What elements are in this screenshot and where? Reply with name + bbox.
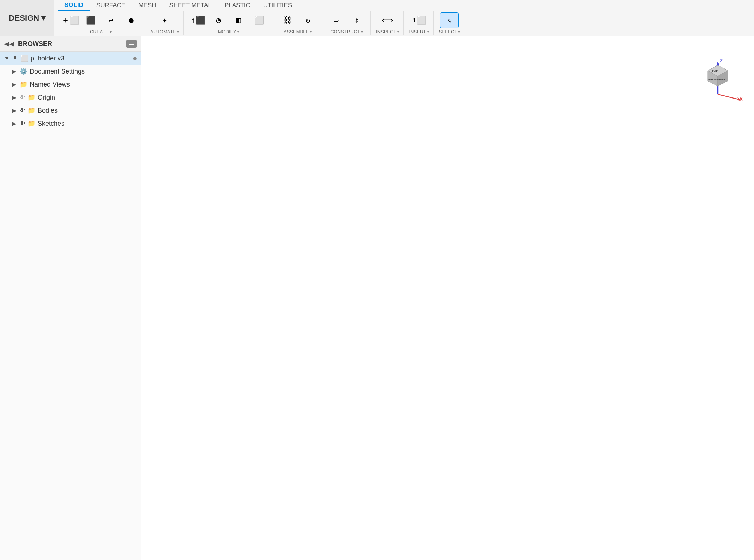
tool-group-label-text-inspect: INSPECT — [376, 29, 396, 34]
tool-group-construct: ▱↕CONSTRUCT▾ — [323, 11, 371, 35]
svg-text:X: X — [740, 96, 743, 101]
modify-shell-icon[interactable]: ⬜ — [250, 12, 268, 28]
tool-group-label-modify[interactable]: MODIFY▾ — [218, 29, 239, 34]
tree-item-sketches[interactable]: ▶ 👁 📁 Sketches — [0, 117, 141, 130]
tool-groups-row: ＋⬜⬛↩●CREATE▾✦AUTOMATE▾↑⬛◔◧⬜MODIFY▾⛓↻ASSE… — [54, 11, 754, 35]
tree-item-origin[interactable]: ▶ 👁 📁 Origin — [0, 91, 141, 104]
origin-visibility-icon[interactable]: 👁 — [20, 94, 25, 101]
tree-item-doc-settings[interactable]: ▶ ⚙️ Document Settings — [0, 65, 141, 78]
svg-marker-2 — [275, 290, 558, 333]
svg-point-6 — [297, 312, 442, 355]
sketches-label: Sketches — [38, 120, 137, 128]
tool-group-label-assemble[interactable]: ASSEMBLE▾ — [284, 29, 312, 34]
sketches-visibility-icon[interactable]: 👁 — [20, 120, 25, 127]
tool-group-dropdown-arrow-automate[interactable]: ▾ — [177, 30, 179, 34]
tab-sheet_metal[interactable]: SHEET METAL — [163, 0, 218, 11]
svg-point-19 — [306, 314, 433, 352]
browser-collapse-button[interactable]: — — [126, 40, 137, 48]
create-revolve-icon[interactable]: ↩ — [101, 12, 120, 28]
tool-group-dropdown-arrow-inspect[interactable]: ▾ — [397, 30, 399, 34]
create-new-body-icon[interactable]: ＋⬜ — [61, 12, 80, 28]
svg-point-12 — [302, 130, 429, 167]
bodies-icon: 📁 — [28, 106, 35, 114]
assemble-motion-icon[interactable]: ↻ — [298, 12, 317, 28]
origin-arrow[interactable]: ▶ — [11, 95, 17, 100]
tab-utilities[interactable]: UTILITIES — [257, 0, 298, 11]
collapse-icon: — — [129, 41, 134, 47]
tool-group-dropdown-arrow-select[interactable]: ▾ — [458, 30, 460, 34]
tab-mesh[interactable]: MESH — [132, 0, 163, 11]
insert-icon[interactable]: ⬆⬜ — [410, 12, 428, 28]
tool-group-label-text-select: SELECT — [439, 29, 457, 34]
tool-group-label-insert[interactable]: INSERT▾ — [409, 29, 429, 34]
bodies-visibility-icon[interactable]: 👁 — [20, 107, 25, 114]
viewport[interactable]: Z X TOP FRONT RIGHT — [141, 36, 754, 560]
tool-group-label-create[interactable]: CREATE▾ — [90, 29, 112, 34]
create-sphere-icon[interactable]: ● — [122, 12, 141, 28]
bodies-arrow[interactable]: ▶ — [11, 108, 17, 113]
svg-point-13 — [302, 170, 429, 207]
tool-group-dropdown-arrow-modify[interactable]: ▾ — [237, 30, 239, 34]
tree-item-bodies[interactable]: ▶ 👁 📁 Bodies — [0, 104, 141, 117]
svg-marker-11 — [270, 177, 558, 221]
browser-title: BROWSER — [18, 40, 123, 48]
tab-surface[interactable]: SURFACE — [90, 0, 132, 11]
root-visibility-icon[interactable]: 👁 — [12, 55, 18, 62]
sketches-arrow[interactable]: ▶ — [11, 121, 17, 126]
origin-icon: 📁 — [28, 93, 35, 101]
root-collapse-arrow[interactable]: ▼ — [4, 55, 10, 61]
tool-group-dropdown-arrow-create[interactable]: ▾ — [110, 30, 112, 34]
modify-push-icon[interactable]: ↑⬛ — [189, 12, 208, 28]
root-label: p_holder v3 — [30, 55, 130, 62]
nav-cube[interactable]: Z X TOP FRONT RIGHT — [692, 43, 743, 101]
svg-marker-8 — [270, 134, 558, 177]
automate-icon[interactable]: ✦ — [155, 12, 174, 28]
tree-root-item[interactable]: ▼ 👁 ⬜ p_holder v3 ⏺ — [0, 52, 141, 65]
modify-chamfer-icon[interactable]: ◧ — [229, 12, 248, 28]
tool-group-label-inspect[interactable]: INSPECT▾ — [376, 29, 399, 34]
construct-plane-icon[interactable]: ▱ — [327, 12, 346, 28]
tool-group-label-text-create: CREATE — [90, 29, 109, 34]
named-views-icon: 📁 — [20, 80, 28, 88]
tab-plastic[interactable]: PLASTIC — [218, 0, 257, 11]
toolbar-tabs: SOLIDSURFACEMESHSHEET METALPLASTICUTILIT… — [54, 0, 754, 36]
tool-group-label-text-modify: MODIFY — [218, 29, 236, 34]
nav-back-icon[interactable]: ◀◀ — [4, 40, 14, 48]
nav-right-label: RIGHT — [718, 78, 727, 81]
tool-group-dropdown-arrow-assemble[interactable]: ▾ — [310, 30, 312, 34]
toolbar: DESIGN ▾ SOLIDSURFACEMESHSHEET METALPLAS… — [0, 0, 754, 36]
svg-text:Z: Z — [720, 58, 723, 63]
bodies-label: Bodies — [38, 107, 137, 114]
modify-fillet-icon[interactable]: ◔ — [209, 12, 228, 28]
main-area: ◀◀ BROWSER — ▼ 👁 ⬜ p_holder v3 ⏺ ▶ ⚙️ Do… — [0, 36, 754, 560]
tool-group-dropdown-arrow-construct[interactable]: ▾ — [361, 30, 363, 34]
sketches-icon: 📁 — [28, 120, 35, 128]
browser-tree: ▼ 👁 ⬜ p_holder v3 ⏺ ▶ ⚙️ Document Settin… — [0, 52, 141, 130]
tool-group-dropdown-arrow-insert[interactable]: ▾ — [427, 30, 429, 34]
tool-group-label-construct[interactable]: CONSTRUCT▾ — [330, 29, 363, 34]
nav-cube-svg: Z X TOP FRONT RIGHT — [692, 43, 743, 101]
construct-axis-icon[interactable]: ↕ — [347, 12, 366, 28]
create-extrude-icon[interactable]: ⬛ — [81, 12, 100, 28]
tool-group-label-text-automate: AUTOMATE — [150, 29, 176, 34]
svg-marker-4 — [275, 333, 409, 395]
tool-group-label-select[interactable]: SELECT▾ — [439, 29, 460, 34]
tool-group-label-automate[interactable]: AUTOMATE▾ — [150, 29, 179, 34]
assemble-joint-icon[interactable]: ⛓ — [278, 12, 297, 28]
select-cursor-icon[interactable]: ↖ — [440, 12, 459, 28]
named-views-arrow[interactable]: ▶ — [11, 82, 17, 87]
tool-group-create: ＋⬜⬛↩●CREATE▾ — [56, 11, 145, 35]
tool-group-modify: ↑⬛◔◧⬜MODIFY▾ — [184, 11, 273, 35]
tool-group-label-text-insert: INSERT — [409, 29, 426, 34]
root-record-icon[interactable]: ⏺ — [132, 55, 137, 61]
svg-point-17 — [306, 267, 433, 305]
tool-group-automate: ✦AUTOMATE▾ — [146, 11, 184, 35]
design-dropdown-button[interactable]: DESIGN ▾ — [0, 0, 54, 36]
doc-settings-icon: ⚙️ — [20, 67, 28, 75]
tab-solid[interactable]: SOLID — [58, 0, 90, 11]
svg-marker-1 — [275, 290, 558, 395]
svg-point-18 — [306, 293, 433, 330]
tree-item-named-views[interactable]: ▶ 📁 Named Views — [0, 78, 141, 91]
doc-settings-arrow[interactable]: ▶ — [11, 68, 17, 74]
inspect-measure-icon[interactable]: ⟺ — [378, 12, 397, 28]
